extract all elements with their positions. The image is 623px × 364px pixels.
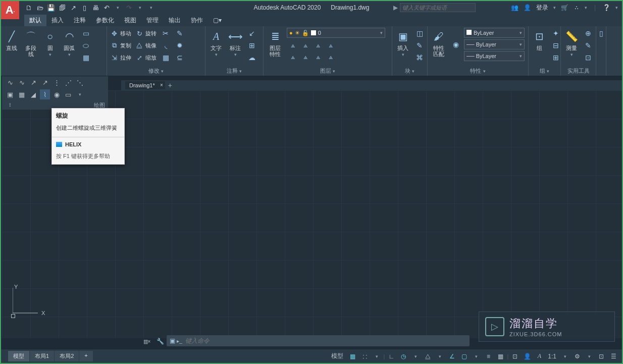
close-icon[interactable]: × [160,82,163,88]
scale-button[interactable]: ⤢缩放 [134,52,158,63]
tab-layout1[interactable]: 布局1 [30,351,54,361]
revcloud-icon[interactable]: ▭ [63,89,73,99]
layer-btn-5[interactable]: ⟁ [287,51,299,62]
polyline-button[interactable]: ⌒多段线 [22,28,39,63]
offset-icon[interactable]: ⊆ [174,52,186,63]
mirror-button[interactable]: ⧋镜像 [134,40,158,51]
layer-btn-7[interactable]: ⟁ [312,51,324,62]
login-dropdown-icon[interactable]: ▾ [553,5,556,10]
block-create-icon[interactable]: ◫ [413,28,426,39]
panel-util-title[interactable]: 实用工具 [563,66,594,76]
help-icon[interactable]: ❔ [603,4,610,11]
pin-icon[interactable]: ⟟ [5,100,15,110]
snap-icon[interactable]: ⸬ [359,351,371,361]
array-icon[interactable]: ▦ [160,52,172,63]
group-btn2[interactable]: ⊟ [550,40,562,51]
panel-block-title[interactable]: 块 ▾ [394,66,425,76]
menu-default[interactable]: 默认 [24,15,46,26]
linetype-select[interactable]: ── ByLayer▾ [464,51,525,61]
status-model[interactable]: 模型 [328,351,346,361]
panel-layer-title[interactable]: 图层 ▾ [266,66,390,76]
otrack-icon[interactable]: ∠ [446,351,457,361]
print-icon[interactable]: 🖶 [91,3,100,12]
more-icon[interactable]: ▯ [598,28,604,39]
save-icon[interactable]: 💾 [46,3,56,12]
spline2-icon[interactable]: ∿ [17,77,27,87]
fillet-icon[interactable]: ◟ [160,40,172,51]
trim-icon[interactable]: ✂ [160,28,172,39]
osnap-icon[interactable]: ▢ [458,351,470,361]
layer-select[interactable]: ● ☀ 🔓 0 ▾ [287,28,385,38]
ann-icon[interactable]: A [534,351,545,361]
search-input[interactable] [400,3,476,12]
qat-more-icon[interactable]: ▾ [146,3,155,12]
block-edit-icon[interactable]: ✎ [413,40,426,51]
helix-icon[interactable]: ⌇ [40,89,50,99]
polar-icon[interactable]: ◷ [398,351,409,361]
command-input[interactable] [185,337,466,344]
util-btn1[interactable]: ⊕ [582,28,594,39]
group-button[interactable]: ⊡组 [531,28,548,63]
new-icon[interactable]: 🗋 [24,3,33,12]
table-icon[interactable]: ⊞ [246,40,258,51]
cmdline-config-icon[interactable]: 🔧 [154,336,166,346]
grid-icon[interactable]: ▦ [347,351,358,361]
group-btn3[interactable]: ⊞ [550,52,562,63]
a360-dropdown-icon[interactable]: ▾ [585,5,587,10]
circle-button[interactable]: ○圆▾ [41,28,59,63]
arc-button[interactable]: ◠圆弧▾ [61,28,78,63]
tab-layout2[interactable]: 布局2 [55,351,79,361]
panel-annot-title[interactable]: 注释 ▾ [207,66,261,76]
web-save-icon[interactable]: ↗ [69,3,78,12]
layer-btn-2[interactable]: ⟁ [299,39,312,50]
undo-icon[interactable]: ↶ [102,3,111,12]
measure-button[interactable]: 📏测量▾ [563,28,580,63]
explode-icon[interactable]: ✹ [174,40,186,51]
spline-icon[interactable]: ∿ [5,77,15,87]
workspace-icon[interactable]: ⊡ [596,351,607,361]
point-icon[interactable]: ⋮ [51,77,62,87]
undo-dropdown-icon[interactable]: ▾ [113,3,122,12]
text-button[interactable]: A文字▾ [207,28,225,63]
3dpoly-icon[interactable]: ◢ [28,89,38,99]
saveas-icon[interactable]: 🗐 [58,3,67,12]
layer-btn-3[interactable]: ⟁ [312,39,324,50]
panel-props-title[interactable]: 特性 ▾ [430,66,526,76]
erase-icon[interactable]: ✎ [174,28,186,39]
panel-group-title[interactable]: 组 ▾ [531,66,558,76]
layer-btn-8[interactable]: ⟁ [325,51,337,62]
user-icon[interactable]: 👤 [524,4,531,11]
block-attr-icon[interactable]: ⌘ [413,52,426,63]
divide-icon[interactable]: ⋰ [63,77,73,87]
menu-parametric[interactable]: 参数化 [91,15,119,26]
command-line[interactable]: ▣ ▸_ [167,335,470,346]
match-props-button[interactable]: 🖌特性 匹配 [430,28,448,61]
move-button[interactable]: ✥移动 [109,28,132,39]
account-icon[interactable]: 👥 [511,4,518,11]
measure2-icon[interactable]: ⋱ [75,77,85,87]
cart-icon[interactable]: 🛒 [561,4,568,11]
xline-icon[interactable]: ↗ [28,77,38,87]
panel-draw-title[interactable] [3,74,105,76]
color-wheel-icon[interactable]: ◉ [450,28,462,61]
lwt-icon[interactable]: ≡ [483,351,494,361]
rotate-button[interactable]: ↻旋转 [134,28,158,39]
region-icon[interactable]: ▣ [5,89,15,99]
dim-button[interactable]: ⟷标注▾ [227,28,244,63]
custom-icon[interactable]: ☰ [608,351,619,361]
wipeout-icon[interactable]: ▦ [17,89,27,99]
redo-icon[interactable]: ↷ [124,3,133,12]
copy-button[interactable]: ⧉复制 [109,40,132,51]
layer-btn-1[interactable]: ⟁ [287,39,299,50]
ortho-icon[interactable]: ∟ [386,351,397,361]
util-btn3[interactable]: ⊡ [582,52,594,63]
donut-icon[interactable]: ◉ [51,89,62,99]
layer-btn-4[interactable]: ⟁ [325,39,337,50]
a360-icon[interactable]: ⛬ [574,4,580,11]
ray-icon[interactable]: ↗ [40,77,50,87]
tab-model[interactable]: 模型 [8,351,29,361]
mobile-icon[interactable]: ▯ [80,3,89,12]
tab-add[interactable]: + [79,351,92,361]
menu-manage[interactable]: 管理 [141,15,164,26]
menu-annotate[interactable]: 注释 [69,15,91,26]
